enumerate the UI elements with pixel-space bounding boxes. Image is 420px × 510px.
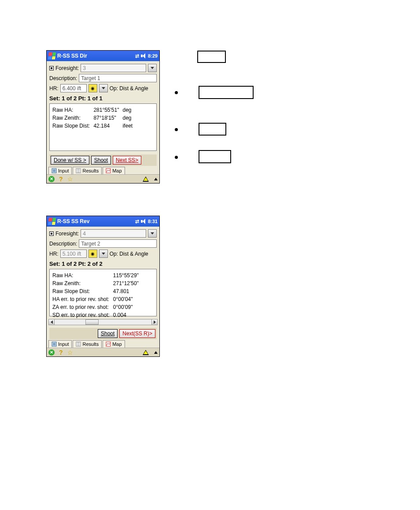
hr-dropdown-button[interactable] xyxy=(99,84,108,92)
help-icon[interactable]: ? xyxy=(59,176,63,183)
map-icon xyxy=(106,341,111,347)
map-icon xyxy=(106,168,111,173)
hr-label: HR: xyxy=(49,85,59,92)
foresight-checkbox[interactable] xyxy=(49,231,54,236)
svg-rect-17 xyxy=(106,342,111,346)
measurement-data-area: Raw HA:115°55'29" Raw Zenith:271°12'50" … xyxy=(49,269,157,316)
scroll-thumb[interactable] xyxy=(85,319,99,325)
bullet-icon xyxy=(175,156,178,159)
row-unit: ifeet xyxy=(122,122,135,129)
next-ss-button[interactable]: Next SS> xyxy=(113,156,141,165)
description-label: Description: xyxy=(49,241,77,247)
done-ss-button[interactable]: Done w/ SS > xyxy=(51,156,89,165)
foresight-label: Foresight: xyxy=(55,231,79,237)
tab-results[interactable]: Results xyxy=(73,167,102,174)
row-label: Raw Slope Dist: xyxy=(52,122,92,129)
foresight-input[interactable]: 3 xyxy=(81,64,146,72)
bullet-icon xyxy=(175,128,178,131)
set-pt-status: Set: 1 of 2 Pt: 1 of 1 xyxy=(49,95,157,102)
row-label: SD err. to prior rev. shot: xyxy=(52,312,112,319)
windows-flag-icon xyxy=(48,52,56,59)
help-icon[interactable]: ? xyxy=(59,349,63,356)
up-arrow-icon[interactable] xyxy=(154,351,158,354)
warning-icon[interactable] xyxy=(143,350,149,355)
horizontal-scrollbar[interactable] xyxy=(47,318,159,324)
row-value: 0.004 xyxy=(113,312,141,319)
tab-input[interactable]: Input xyxy=(48,340,72,348)
annotation-box xyxy=(199,123,226,136)
foresight-checkbox[interactable] xyxy=(49,66,54,70)
hr-dropdown-button[interactable] xyxy=(99,249,108,258)
star-icon[interactable]: ☆ xyxy=(67,349,73,356)
hr-input[interactable]: 6.400 ift xyxy=(60,84,87,92)
row-unit: deg xyxy=(122,106,135,114)
warning-icon[interactable] xyxy=(143,176,149,182)
tab-results[interactable]: Results xyxy=(73,340,102,348)
button-row: Done w/ SS > Shoot Next SS> xyxy=(49,154,157,166)
scroll-track[interactable] xyxy=(55,319,151,325)
description-input[interactable]: Target 1 xyxy=(79,74,157,82)
target-icon-button[interactable]: ◉ xyxy=(88,84,97,92)
row-value: 0°00'09" xyxy=(113,304,141,311)
star-icon[interactable]: ☆ xyxy=(67,176,73,183)
foresight-input[interactable]: 4 xyxy=(81,229,146,238)
measurement-data-area: Raw HA:281°55'51"deg Raw Zenith:87°18'15… xyxy=(49,103,157,151)
window-title: R-SS SS Rev xyxy=(57,218,89,224)
close-icon[interactable]: ✕ xyxy=(48,176,55,182)
row-label: HA err. to prior rev. shot: xyxy=(52,296,112,303)
op-label: Op: Dist & Angle xyxy=(110,251,148,257)
row-label: Raw Slope Dist: xyxy=(52,288,112,295)
sync-icon: ⇄ xyxy=(135,219,139,224)
list-icon xyxy=(76,168,81,173)
window-title: R-SS SS Dir xyxy=(57,53,87,59)
target-icon-button[interactable]: ◉ xyxy=(88,249,97,258)
row-label: Raw HA: xyxy=(52,272,112,279)
scroll-right-button[interactable] xyxy=(151,319,158,325)
row-value: 115°55'29" xyxy=(113,272,141,279)
svg-rect-8 xyxy=(106,169,111,173)
bottom-bar: ✕ ? ☆ xyxy=(47,174,159,183)
device-window-rev: R-SS SS Rev ⇄ 8:31 Foresight: 4 Descript… xyxy=(46,216,160,357)
scroll-left-button[interactable] xyxy=(48,319,55,325)
foresight-dropdown-button[interactable] xyxy=(148,229,157,238)
tab-label: Results xyxy=(82,168,99,173)
row-label: Raw Zenith: xyxy=(52,280,112,287)
sync-icon: ⇄ xyxy=(135,53,139,59)
description-label: Description: xyxy=(49,75,77,81)
bullet-icon xyxy=(175,91,178,94)
tab-map[interactable]: Map xyxy=(103,167,125,174)
form-icon xyxy=(52,168,57,173)
device-window-dir: R-SS SS Dir ⇄ 8:29 Foresight: 3 Descript… xyxy=(46,50,160,183)
hr-input[interactable]: 5.100 ift xyxy=(60,249,87,258)
annotation-box xyxy=(199,86,254,99)
description-input[interactable]: Target 2 xyxy=(79,239,157,248)
next-ss-r-button[interactable]: Next(SS R)> xyxy=(119,329,155,338)
op-label: Op: Dist & Angle xyxy=(110,85,148,92)
tab-label: Input xyxy=(58,341,69,347)
close-icon[interactable]: ✕ xyxy=(48,349,55,356)
row-value: 87°18'15" xyxy=(93,114,122,121)
bottom-bar: ✕ ? ☆ xyxy=(47,348,159,356)
tab-label: Map xyxy=(112,341,122,347)
speaker-icon xyxy=(141,219,146,224)
clock-time: 8:31 xyxy=(148,219,158,224)
row-label: Raw Zenith: xyxy=(52,114,92,121)
tab-label: Map xyxy=(112,168,122,173)
button-row: Shoot Next(SS R)> xyxy=(49,328,157,339)
tabs-row: Input Results Map xyxy=(47,339,159,348)
tab-input[interactable]: Input xyxy=(48,167,72,174)
row-unit: deg xyxy=(122,114,135,121)
row-value: 271°12'50" xyxy=(113,280,141,287)
shoot-button[interactable]: Shoot xyxy=(98,329,118,338)
shoot-button[interactable]: Shoot xyxy=(91,156,111,165)
up-arrow-icon[interactable] xyxy=(154,178,158,180)
annotation-box xyxy=(199,150,231,163)
title-bar: R-SS SS Rev ⇄ 8:31 xyxy=(47,216,159,227)
row-value: 281°55'51" xyxy=(93,106,122,114)
tabs-row: Input Results Map xyxy=(47,166,159,174)
tab-map[interactable]: Map xyxy=(103,340,125,348)
speaker-icon xyxy=(141,53,146,59)
clock-time: 8:29 xyxy=(148,53,158,59)
foresight-dropdown-button[interactable] xyxy=(148,64,157,72)
row-label: ZA err. to prior rev. shot: xyxy=(52,304,112,311)
